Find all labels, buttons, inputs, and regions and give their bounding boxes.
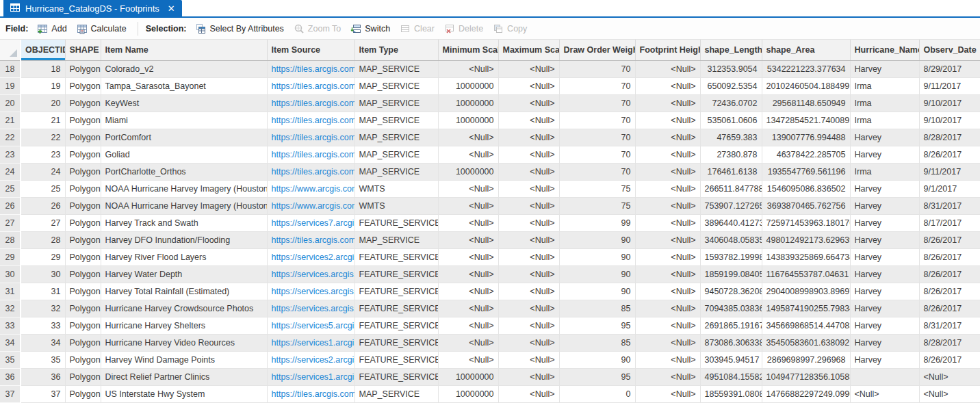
cell-shape_length[interactable]: 303945.94517 <box>700 351 762 368</box>
cell-hurricane_name[interactable]: Harvey <box>850 197 919 214</box>
cell-draw_order_weight[interactable]: 70 <box>559 60 635 77</box>
cell-shape_area[interactable]: 1495874190255.79834 <box>762 300 850 317</box>
cell-min_scale[interactable]: <Null> <box>438 334 498 351</box>
row-selector[interactable]: 23 <box>0 146 21 163</box>
cell-item_source[interactable]: https://services1.arcgis.c <box>267 334 354 351</box>
cell-objectid[interactable]: 26 <box>21 197 65 214</box>
cell-min_scale[interactable]: <Null> <box>438 351 498 368</box>
item-source-link[interactable]: https://services2.arcgis.c <box>272 355 355 365</box>
row-selector[interactable]: 27 <box>0 214 21 231</box>
cell-objectid[interactable]: 32 <box>21 300 65 317</box>
cell-objectid[interactable]: 24 <box>21 163 65 180</box>
cell-observ_date[interactable]: 8/26/2017 <box>919 248 980 265</box>
cell-shape_length[interactable]: 9450728.362088 <box>700 283 762 300</box>
cell-item_name[interactable]: Colorado_v2 <box>101 60 267 77</box>
cell-item_type[interactable]: MAP_SERVICE <box>354 385 438 402</box>
cell-item_source[interactable]: https://www.arcgis.com/ <box>267 197 354 214</box>
cell-item_name[interactable]: PortComfort <box>101 129 267 146</box>
cell-min_scale[interactable]: 10000000 <box>438 163 498 180</box>
row-selector[interactable]: 26 <box>0 197 21 214</box>
cell-observ_date[interactable]: 8/26/2017 <box>919 146 980 163</box>
clear-selection-button[interactable]: Clear <box>396 21 438 36</box>
cell-item_name[interactable]: Hurricane Harvey Video Reources <box>101 334 267 351</box>
cell-hurricane_name[interactable]: Irma <box>850 112 919 129</box>
cell-item_source[interactable]: https://tiles.arcgis.com/t <box>267 385 354 402</box>
delete-selected-button[interactable]: Delete <box>441 21 487 36</box>
cell-max_scale[interactable]: <Null> <box>498 334 559 351</box>
cell-footprint_height[interactable]: <Null> <box>635 94 700 112</box>
cell-item_source[interactable]: https://tiles.arcgis.com/t <box>267 60 354 77</box>
cell-shape[interactable]: Polygon <box>65 317 101 334</box>
cell-min_scale[interactable]: 10000000 <box>438 77 498 94</box>
cell-item_name[interactable]: Hurricane Harvey Crowdsource Photos <box>101 300 267 317</box>
copy-selection-button[interactable]: Copy <box>489 21 530 36</box>
cell-objectid[interactable]: 36 <box>21 368 65 385</box>
item-source-link[interactable]: https://services.arcgis.co <box>272 287 355 296</box>
cell-shape_length[interactable]: 312353.9054 <box>700 60 762 77</box>
cell-shape_area[interactable]: 3693870465.762756 <box>762 197 850 214</box>
cell-observ_date[interactable]: 8/26/2017 <box>919 283 980 300</box>
cell-shape_length[interactable]: 266511.847788 <box>700 180 762 197</box>
cell-item_type[interactable]: MAP_SERVICE <box>354 146 438 163</box>
cell-observ_date[interactable]: 8/31/2017 <box>919 197 980 214</box>
column-header-shape_length[interactable]: shape_Length <box>700 40 762 60</box>
cell-draw_order_weight[interactable]: 70 <box>559 77 635 94</box>
cell-min_scale[interactable]: <Null> <box>438 180 498 197</box>
cell-objectid[interactable]: 31 <box>21 283 65 300</box>
cell-item_name[interactable]: Goliad <box>101 146 267 163</box>
cell-draw_order_weight[interactable]: 70 <box>559 94 635 112</box>
cell-objectid[interactable]: 22 <box>21 129 65 146</box>
cell-shape_length[interactable]: 535061.0606 <box>700 112 762 129</box>
select-all-corner-cell[interactable] <box>0 40 21 60</box>
row-selector[interactable]: 37 <box>0 385 21 402</box>
cell-item_name[interactable]: NOAA Hurricane Harvey Imagery (Houston-B… <box>101 197 267 214</box>
cell-min_scale[interactable]: <Null> <box>438 60 498 77</box>
cell-objectid[interactable]: 29 <box>21 248 65 265</box>
cell-item_name[interactable]: Direct Relief Partner Clinics <box>101 368 267 385</box>
add-field-button[interactable]: Add <box>34 21 70 36</box>
cell-shape[interactable]: Polygon <box>65 300 101 317</box>
cell-item_type[interactable]: FEATURE_SERVICE <box>354 317 438 334</box>
cell-observ_date[interactable]: 9/1/2017 <box>919 180 980 197</box>
cell-hurricane_name[interactable]: Harvey <box>850 214 919 231</box>
cell-item_source[interactable]: https://services.arcgis.co <box>267 283 354 300</box>
cell-shape[interactable]: Polygon <box>65 334 101 351</box>
cell-hurricane_name[interactable]: Harvey <box>850 231 919 248</box>
cell-shape_length[interactable]: 650092.5354 <box>700 77 762 94</box>
cell-shape_length[interactable]: 4951084.155825 <box>700 368 762 385</box>
cell-shape_area[interactable]: 2869698997.296968 <box>762 351 850 368</box>
cell-observ_date[interactable]: <Null> <box>919 385 980 402</box>
column-header-hurricane_name[interactable]: Hurricane_Name <box>850 40 919 60</box>
item-source-link[interactable]: https://tiles.arcgis.com/t <box>272 150 355 159</box>
item-source-link[interactable]: https://tiles.arcgis.com/t <box>272 235 355 245</box>
column-header-shape[interactable]: SHAPE * <box>65 40 101 60</box>
cell-footprint_height[interactable]: <Null> <box>635 112 700 129</box>
cell-max_scale[interactable]: <Null> <box>498 214 559 231</box>
cell-item_name[interactable]: KeyWest <box>101 94 267 112</box>
cell-draw_order_weight[interactable]: 85 <box>559 300 635 317</box>
cell-observ_date[interactable]: 9/10/2017 <box>919 94 980 112</box>
cell-min_scale[interactable]: 10000000 <box>438 94 498 112</box>
column-header-min_scale[interactable]: Minimum Scale <box>438 40 498 60</box>
cell-footprint_height[interactable]: <Null> <box>635 317 700 334</box>
cell-item_source[interactable]: https://services2.arcgis.c <box>267 248 354 265</box>
cell-shape_length[interactable]: 1593782.199986 <box>700 248 762 265</box>
cell-draw_order_weight[interactable]: 90 <box>559 265 635 283</box>
cell-hurricane_name[interactable]: <Null> <box>850 385 919 402</box>
cell-max_scale[interactable]: <Null> <box>498 60 559 77</box>
cell-draw_order_weight[interactable]: 70 <box>559 146 635 163</box>
cell-objectid[interactable]: 20 <box>21 94 65 112</box>
column-header-shape_area[interactable]: shape_Area <box>762 40 850 60</box>
cell-item_source[interactable]: https://services.arcgis.co <box>267 300 354 317</box>
cell-observ_date[interactable]: 8/28/2017 <box>919 334 980 351</box>
cell-footprint_height[interactable]: <Null> <box>635 300 700 317</box>
cell-footprint_height[interactable]: <Null> <box>635 163 700 180</box>
cell-max_scale[interactable]: <Null> <box>498 197 559 214</box>
item-source-link[interactable]: https://services.arcgis.co <box>272 304 355 313</box>
row-selector[interactable]: 25 <box>0 180 21 197</box>
item-source-link[interactable]: https://tiles.arcgis.com/t <box>272 389 355 399</box>
cell-item_type[interactable]: FEATURE_SERVICE <box>354 248 438 265</box>
tab-hurricane-catalogds-footprints[interactable]: Hurricane_CatalogDS - Footprints ✕ <box>3 0 182 16</box>
cell-shape_area[interactable]: 1935547769.561196 <box>762 163 850 180</box>
cell-hurricane_name[interactable]: Harvey <box>850 180 919 197</box>
